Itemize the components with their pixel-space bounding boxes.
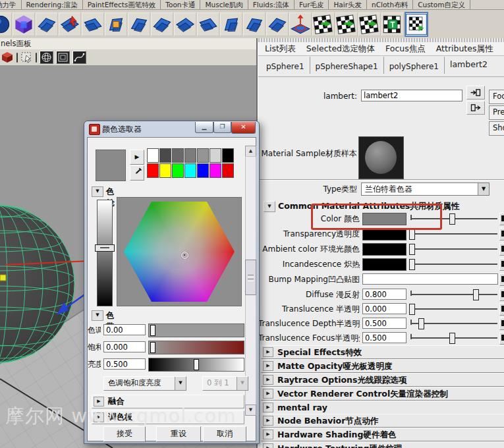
attribute-slider[interactable] [410, 212, 497, 225]
editor-tab[interactable]: pSphere1 [261, 57, 310, 74]
editor-tab[interactable]: lambert2 [445, 57, 493, 72]
menu-item[interactable]: Selected选定物体 [306, 42, 375, 55]
palette-color-cell[interactable] [222, 163, 234, 178]
shelf-tab[interactable]: Rendering:渲染 [22, 0, 83, 9]
attribute-slider[interactable] [410, 227, 497, 240]
shelf-tab[interactable]: nCloth布料 [367, 0, 413, 9]
close-button[interactable]: ✕ [231, 122, 256, 134]
collapsed-section-bar[interactable]: ▶Vector Renderer Control矢量渲染器控制 [261, 387, 504, 401]
value-field[interactable] [362, 318, 406, 329]
poly-shelf-icon[interactable] [82, 13, 104, 36]
poly-cursor-shelf-icon[interactable] [59, 13, 81, 36]
texture-map-button[interactable] [499, 332, 504, 345]
attribute-slider[interactable] [410, 258, 497, 271]
material-sample-swatch[interactable] [358, 136, 404, 179]
poly-shelf-icon[interactable] [151, 13, 173, 36]
menu-item[interactable]: Focus焦点 [385, 42, 426, 55]
palette-color-cell[interactable] [197, 163, 209, 178]
color-swatch[interactable] [362, 258, 406, 271]
wire-sphere-icon[interactable] [40, 51, 53, 64]
maximize-button[interactable]: ❐ [213, 122, 231, 133]
chevron-down-icon[interactable]: ▼ [264, 201, 275, 212]
shelf-tab[interactable]: PaintEffects画笔特效 [83, 0, 161, 9]
checker-shelf-icon[interactable] [358, 13, 381, 36]
minimize-button[interactable]: ▁ [195, 122, 213, 133]
checker-shelf-icon[interactable] [312, 13, 335, 36]
palette-color-cell[interactable] [197, 148, 209, 163]
collapsed-section-bar[interactable]: ▶Matte Opacity哑光板透明度 [261, 359, 504, 373]
texture-map-button[interactable] [499, 273, 504, 286]
attribute-slider[interactable] [410, 242, 497, 256]
chevron-right-icon[interactable]: ▶ [94, 397, 104, 406]
output-connection-button[interactable] [466, 101, 485, 115]
cube-shelf-icon[interactable] [13, 13, 35, 36]
collapsed-section-bar[interactable]: ▶Node Behavior节点动作 [261, 414, 504, 428]
palette-color-cell[interactable] [210, 148, 221, 163]
value-slider[interactable] [148, 358, 244, 372]
chevron-right-icon[interactable]: ▶ [263, 361, 273, 371]
accept-button[interactable]: 接受 [103, 426, 146, 442]
shelf-tab[interactable]: Custom自定义 [413, 0, 470, 9]
texture-map-button[interactable] [499, 289, 504, 301]
palette-color-cell[interactable] [184, 148, 196, 163]
chevron-right-icon[interactable]: ▶ [263, 347, 273, 357]
show-button[interactable]: Show [489, 121, 504, 136]
poly-shelf-icon[interactable] [197, 13, 219, 36]
curve-icon[interactable] [72, 51, 86, 64]
pres-button[interactable]: Pres [489, 105, 504, 120]
menu-item[interactable]: List列表 [265, 42, 296, 55]
poly-shelf-icon[interactable] [174, 13, 196, 36]
color-swatch[interactable] [362, 228, 406, 240]
reset-button[interactable]: 重设 [156, 426, 201, 442]
poly-shelf-icon[interactable] [36, 13, 58, 36]
dialog-titlebar[interactable]: 颜色选取器 ▁ ❐ ✕ [84, 121, 259, 137]
palette-color-cell[interactable] [159, 163, 171, 178]
scroll-down-icon[interactable]: ▼ [245, 405, 256, 416]
checker-sel-shelf-icon[interactable] [405, 12, 428, 37]
scrollbar-thumb[interactable] [245, 260, 256, 295]
attribute-slider[interactable] [410, 288, 497, 301]
hue-field[interactable] [103, 324, 146, 335]
material-name-input[interactable] [361, 90, 462, 101]
palette-color-cell[interactable] [147, 148, 159, 163]
hue-slider[interactable] [148, 323, 244, 337]
foc-button[interactable]: Foc [489, 90, 504, 104]
value-slider-handle[interactable] [95, 244, 115, 252]
texture-map-button[interactable] [499, 213, 504, 225]
palette-color-cell[interactable] [172, 148, 184, 163]
poly-shelf-icon[interactable] [266, 13, 289, 36]
collapsed-section-bar[interactable]: ▶Hardware Shading硬件着色 [261, 428, 504, 441]
red-cube-icon[interactable] [1, 51, 14, 63]
chevron-right-icon[interactable]: ▶ [263, 443, 273, 448]
attribute-slider[interactable] [410, 317, 497, 330]
editor-tab[interactable]: polySphere1 [384, 57, 445, 74]
color-mode-dropdown[interactable]: 色调饱和度亮度 ▼ [103, 376, 186, 391]
color-swatch[interactable] [362, 243, 406, 256]
texture-map-button[interactable] [499, 318, 504, 330]
palette-color-cell[interactable] [172, 163, 184, 178]
collapsed-section-bar[interactable]: ▶Special Effects特效 [261, 345, 504, 359]
collapsed-section-bar[interactable]: ▶Hardware Texturing硬件纹理 [261, 441, 504, 448]
menu-item[interactable]: Attributes属性 [436, 42, 493, 55]
chevron-right-icon[interactable]: ▶ [263, 430, 273, 439]
attribute-slider[interactable] [410, 302, 497, 316]
checker-shelf-icon[interactable] [335, 13, 358, 36]
chevron-right-icon[interactable]: ▶ [94, 412, 104, 422]
collapsed-section-bar[interactable]: ▶Raytrace Options光线跟踪选项 [261, 373, 504, 387]
input-connection-button[interactable] [466, 86, 485, 99]
value-field[interactable] [362, 332, 406, 343]
shelf-tab[interactable]: Fluids:流体 [248, 0, 294, 9]
checker-logo-shelf-icon[interactable] [381, 13, 404, 36]
shelf-tab[interactable]: Toon卡通 [161, 0, 200, 9]
palette-color-cell[interactable] [159, 148, 171, 163]
chevron-right-icon[interactable]: ▶ [263, 389, 273, 399]
shelf-tab[interactable]: Fur毛皮 [294, 0, 329, 9]
poly-window-shelf-icon[interactable] [105, 13, 127, 36]
poly-shelf-icon[interactable] [243, 13, 266, 36]
shelf-tab[interactable]: 动力学 [0, 0, 22, 9]
hue-hexagon[interactable] [124, 202, 235, 302]
chevron-right-icon[interactable]: ▶ [263, 375, 273, 385]
value-field[interactable] [103, 358, 146, 370]
value-field[interactable] [362, 289, 406, 300]
poly-shelf-icon[interactable] [128, 13, 150, 36]
